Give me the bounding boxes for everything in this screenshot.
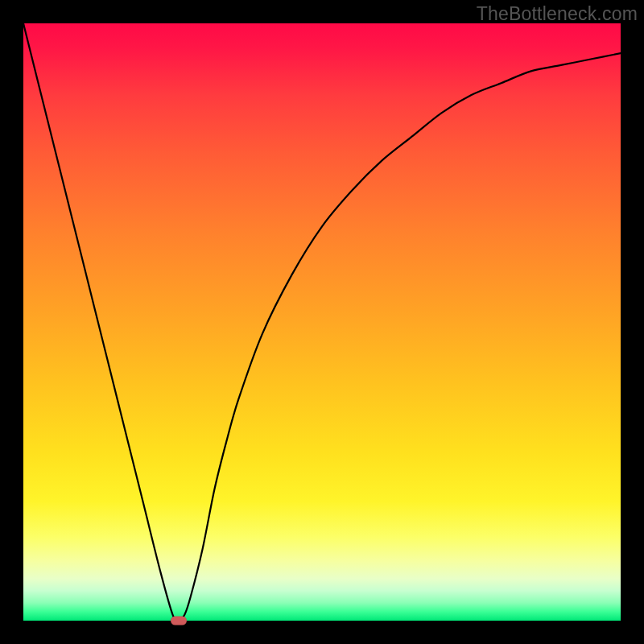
- chart-frame: TheBottleneck.com: [0, 0, 644, 644]
- plot-area: [23, 23, 621, 621]
- watermark-text: TheBottleneck.com: [477, 3, 638, 25]
- min-marker: [171, 617, 187, 625]
- bottleneck-curve: [23, 23, 621, 621]
